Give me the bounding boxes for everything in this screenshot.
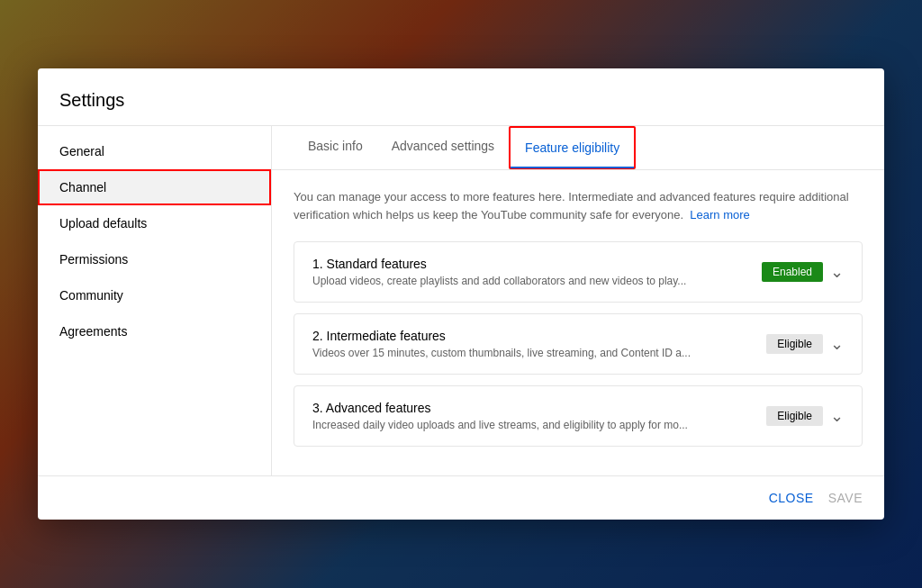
save-button[interactable]: SAVE	[828, 491, 863, 505]
tab-feature-eligibility[interactable]: Feature eligibility	[509, 126, 636, 169]
feature-right-standard: Enabled ⌄	[736, 262, 844, 282]
feature-title-standard: 1. Standard features	[312, 257, 736, 271]
tab-advanced-settings[interactable]: Advanced settings	[377, 126, 509, 169]
status-badge-intermediate: Eligible	[766, 334, 823, 354]
feature-card-intermediate: 2. Intermediate features Videos over 15 …	[294, 313, 863, 375]
sidebar-item-channel[interactable]: Channel	[38, 169, 271, 205]
chevron-down-icon-standard[interactable]: ⌄	[830, 262, 844, 282]
sidebar-item-general[interactable]: General	[38, 133, 271, 169]
chevron-down-icon-intermediate[interactable]: ⌄	[830, 334, 844, 354]
dialog-footer: CLOSE SAVE	[38, 475, 884, 520]
feature-desc-intermediate: Videos over 15 minutes, custom thumbnail…	[312, 347, 736, 359]
main-content: Basic info Advanced settings Feature eli…	[272, 126, 884, 475]
feature-right-advanced: Eligible ⌄	[736, 406, 844, 426]
eligibility-description: You can manage your access to more featu…	[294, 188, 863, 223]
feature-card-advanced: 3. Advanced features Increased daily vid…	[294, 385, 863, 447]
tabs-bar: Basic info Advanced settings Feature eli…	[272, 126, 884, 170]
dialog-title: Settings	[38, 68, 884, 126]
learn-more-link[interactable]: Learn more	[690, 208, 749, 222]
feature-card-standard: 1. Standard features Upload videos, crea…	[294, 241, 863, 303]
sidebar-item-agreements[interactable]: Agreements	[38, 313, 271, 349]
close-button[interactable]: CLOSE	[769, 491, 814, 505]
feature-title-advanced: 3. Advanced features	[312, 401, 736, 415]
tab-content-feature-eligibility: You can manage your access to more featu…	[272, 170, 884, 475]
feature-info-advanced: 3. Advanced features Increased daily vid…	[312, 401, 736, 431]
feature-right-intermediate: Eligible ⌄	[736, 334, 844, 354]
sidebar-item-upload-defaults[interactable]: Upload defaults	[38, 205, 271, 241]
status-badge-standard: Enabled	[762, 262, 823, 282]
tab-basic-info[interactable]: Basic info	[294, 126, 377, 169]
feature-desc-standard: Upload videos, create playlists and add …	[312, 275, 736, 287]
dialog-body: General Channel Upload defaults Permissi…	[38, 126, 884, 475]
sidebar-item-community[interactable]: Community	[38, 277, 271, 313]
feature-info-intermediate: 2. Intermediate features Videos over 15 …	[312, 329, 736, 359]
sidebar-item-permissions[interactable]: Permissions	[38, 241, 271, 277]
feature-info-standard: 1. Standard features Upload videos, crea…	[312, 257, 736, 287]
feature-desc-advanced: Increased daily video uploads and live s…	[312, 419, 736, 431]
settings-dialog: Settings General Channel Upload defaults…	[38, 68, 884, 520]
feature-title-intermediate: 2. Intermediate features	[312, 329, 736, 343]
chevron-down-icon-advanced[interactable]: ⌄	[830, 406, 844, 426]
status-badge-advanced: Eligible	[766, 406, 823, 426]
sidebar: General Channel Upload defaults Permissi…	[38, 126, 272, 475]
